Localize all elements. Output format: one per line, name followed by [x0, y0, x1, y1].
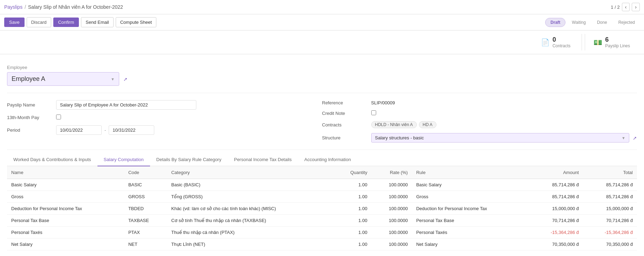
form-left-col: Payslip Name 13th-Month Pay Period -	[7, 100, 322, 143]
compute-sheet-button[interactable]: Compute Sheet	[116, 17, 156, 27]
cell-name: Gross	[7, 191, 124, 203]
cell-quantity: 1.00	[334, 238, 372, 250]
thirteenth-month-label: 13th-Month Pay	[7, 115, 53, 120]
contracts-summary[interactable]: 📄 0 Contracts	[533, 34, 579, 50]
breadcrumb-parent[interactable]: Payslips	[4, 4, 22, 10]
main-content: Employee Employee A ▼ ➚ Payslip Name 13t…	[0, 54, 644, 256]
cell-category: Khác (vd: làm cơ sở cho các tính toán kh…	[167, 203, 334, 215]
tab-accounting-info[interactable]: Accounting Information	[298, 153, 357, 166]
credit-note-label: Credit Note	[322, 111, 368, 116]
salary-table: Name Code Category Quantity Rate (%) Rul…	[7, 166, 637, 250]
employee-field: Employee A ▼ ➚	[7, 72, 637, 86]
period-row: Period -	[7, 125, 322, 135]
nav-prev-button[interactable]: ‹	[622, 3, 630, 11]
payslip-name-input[interactable]	[56, 100, 196, 110]
status-bar: Draft Waiting Done Rejected	[545, 18, 640, 27]
save-button[interactable]: Save	[4, 18, 25, 27]
employee-external-link[interactable]: ➚	[123, 76, 128, 82]
nav-page: 1 / 2	[611, 5, 619, 10]
cell-rule: Deduction for Personal Income Tax	[412, 203, 529, 215]
cell-code: BASIC	[124, 179, 167, 191]
summary-bar: 📄 0 Contracts 💵 6 Payslip Lines	[0, 30, 644, 54]
cell-rule: Basic Salary	[412, 179, 529, 191]
cell-rule: Net Salary	[412, 238, 529, 250]
cell-total: -15,364,286 đ	[583, 227, 637, 238]
confirm-button[interactable]: Confirm	[53, 18, 79, 27]
structure-text: Salary structures - basic	[375, 135, 424, 140]
breadcrumb-bar: Payslips / Salary Slip of Nhân viên A fo…	[0, 0, 644, 14]
cell-code: NET	[124, 238, 167, 250]
payslip-name-label: Payslip Name	[7, 102, 53, 108]
cell-category: Basic (BASIC)	[167, 179, 334, 191]
col-header-total: Total	[583, 166, 637, 179]
employee-dropdown-icon: ▼	[111, 77, 115, 81]
cell-total: 70,714,286 đ	[583, 215, 637, 227]
discard-button[interactable]: Discard	[27, 17, 51, 27]
cell-amount: 70,714,286 đ	[529, 215, 583, 227]
cell-amount: -15,364,286 đ	[529, 227, 583, 238]
cell-name: Net Salary	[7, 238, 124, 250]
period-end-input[interactable]	[109, 125, 154, 135]
status-draft[interactable]: Draft	[545, 18, 565, 27]
cell-rule: Gross	[412, 191, 529, 203]
table-header-row: Name Code Category Quantity Rate (%) Rul…	[7, 166, 637, 179]
payslip-lines-summary[interactable]: 💵 6 Payslip Lines	[585, 34, 638, 50]
tab-salary-computation[interactable]: Salary Computation	[97, 153, 150, 166]
breadcrumb-current: Salary Slip of Nhân viên A for October-2…	[28, 4, 123, 10]
cell-category: Tổng (GROSS)	[167, 191, 334, 203]
contracts-form-label: Contracts	[322, 122, 368, 127]
cell-amount: 85,714,286 đ	[529, 179, 583, 191]
status-waiting[interactable]: Waiting	[567, 18, 591, 27]
cell-name: Personal Tax Base	[7, 215, 124, 227]
structure-dropdown-icon: ▼	[622, 136, 625, 140]
status-rejected[interactable]: Rejected	[614, 18, 640, 27]
table-row: Deduction for Personal Income Tax TBDED …	[7, 203, 637, 215]
cell-rule: Personal Tax Base	[412, 215, 529, 227]
thirteenth-month-value	[56, 115, 322, 120]
cell-name: Basic Salary	[7, 179, 124, 191]
contract-tag-2[interactable]: HD A	[419, 121, 436, 128]
col-header-quantity: Quantity	[334, 166, 372, 179]
action-buttons: Save Discard Confirm Send Email Compute …	[4, 17, 156, 27]
tab-details-by-category[interactable]: Details By Salary Rule Category	[150, 153, 228, 166]
nav-next-button[interactable]: ›	[632, 3, 640, 11]
payslip-lines-icon: 💵	[594, 38, 602, 47]
payslip-name-row: Payslip Name	[7, 100, 322, 110]
employee-input[interactable]: Employee A ▼	[7, 72, 119, 86]
col-header-amount: Amount	[529, 166, 583, 179]
summary-divider	[582, 34, 582, 50]
structure-input[interactable]: Salary structures - basic ▼	[371, 133, 630, 143]
cell-rate: 100.0000	[372, 179, 412, 191]
cell-quantity: 1.00	[334, 227, 372, 238]
period-start-input[interactable]	[56, 125, 102, 135]
status-done[interactable]: Done	[592, 18, 612, 27]
cell-total: 70,350,000 đ	[583, 238, 637, 250]
cell-rate: 100.0000	[372, 215, 412, 227]
tab-worked-days[interactable]: Worked Days & Contributions & Inputs	[7, 153, 97, 166]
payslip-lines-count: 6	[605, 36, 630, 43]
contracts-info: 0 Contracts	[553, 36, 570, 48]
cell-quantity: 1.00	[334, 215, 372, 227]
cell-total: 15,000,000 đ	[583, 203, 637, 215]
credit-note-checkbox[interactable]	[371, 110, 376, 115]
cell-name: Deduction for Personal Income Tax	[7, 203, 124, 215]
contracts-count: 0	[553, 36, 570, 43]
contract-tag-1[interactable]: HDLD - Nhân viên A	[371, 121, 417, 128]
cell-category: Cơ sở tính Thuế thu nhập cá nhân (TAXBAS…	[167, 215, 334, 227]
tab-personal-income-tax[interactable]: Personal Income Tax Details	[228, 153, 298, 166]
salary-table-body: Basic Salary BASIC Basic (BASIC) 1.00 10…	[7, 179, 637, 250]
structure-external-link[interactable]: ➚	[633, 135, 637, 141]
cell-total: 85,714,286 đ	[583, 179, 637, 191]
cell-quantity: 1.00	[334, 179, 372, 191]
tabs: Worked Days & Contributions & Inputs Sal…	[7, 153, 637, 166]
thirteenth-month-checkbox[interactable]	[56, 115, 61, 119]
breadcrumb: Payslips / Salary Slip of Nhân viên A fo…	[4, 4, 123, 10]
cell-amount: 70,350,000 đ	[529, 238, 583, 250]
table-section: Name Code Category Quantity Rate (%) Rul…	[7, 166, 637, 256]
send-email-button[interactable]: Send Email	[81, 17, 113, 27]
employee-name: Employee A	[12, 75, 45, 83]
payslip-lines-info: 6 Payslip Lines	[605, 36, 630, 48]
col-header-rate: Rate (%)	[372, 166, 412, 179]
cell-rate: 100.0000	[372, 203, 412, 215]
structure-value: Salary structures - basic ▼ ➚	[371, 133, 637, 143]
